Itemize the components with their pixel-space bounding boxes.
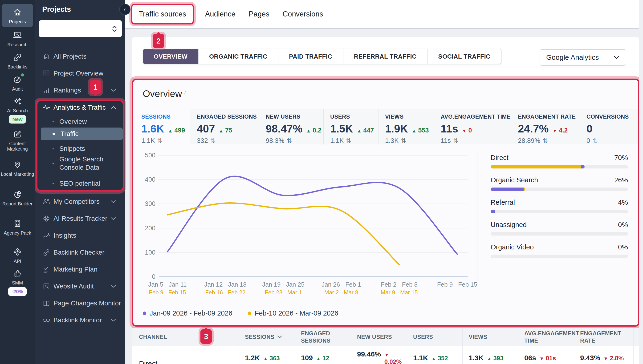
col-header-engagement-rate[interactable]: ENGAGEMENT RATE — [574, 328, 633, 346]
metric-card-users[interactable]: USERS 1.5K▲ 447 1.1K⇅ — [324, 109, 378, 144]
sidebar-item-label: Overview — [59, 118, 87, 126]
bullet-icon — [53, 148, 54, 150]
tab-audience[interactable]: Audience — [205, 10, 235, 18]
sidebar-item-analytics-traffic[interactable]: Analytics & Traffic — [35, 102, 126, 113]
tab-traffic-sources[interactable]: Traffic sources — [131, 4, 194, 24]
rail-item-content-marketing[interactable]: Content Marketing — [0, 129, 35, 152]
sidebar-title: Projects — [42, 5, 71, 14]
sidebar-item-label: Website Audit — [54, 282, 94, 290]
data-source-value: Google Analytics — [546, 54, 599, 62]
rail-item-agency-pack[interactable]: Agency Pack — [0, 218, 35, 236]
traffic-type-segmented-control: OVERVIEW ORGANIC TRAFFIC PAID TRAFFIC RE… — [143, 49, 501, 64]
rail-item-label: AI Search — [7, 108, 28, 114]
legend-item-current-period[interactable]: Jan-09 2026 - Feb-09 2026 — [143, 310, 232, 317]
sidebar-item-label: Snippets — [59, 145, 85, 152]
rail-item-label: Audit — [12, 86, 23, 92]
rail-item-research[interactable]: Research — [0, 30, 35, 48]
col-header-users[interactable]: USERS — [407, 328, 462, 346]
svg-text:0: 0 — [152, 273, 155, 280]
project-sidebar: Projects All Projects Project Overview R… — [35, 0, 125, 364]
sidebar-item-label: All Projects — [54, 53, 86, 60]
metric-card-engagement-rate[interactable]: ENGAGEMENT RATE 24.7%▼ 4.2 28.89%⇅ — [511, 109, 580, 144]
metric-card-engaged-sessions[interactable]: ENGAGED SESSIONS 407▲ 75 332⇅ — [190, 109, 259, 144]
tab-conversions[interactable]: Conversions — [283, 10, 323, 18]
building-icon — [12, 218, 23, 229]
sidebar-item-my-competitors[interactable]: My Competitors — [35, 196, 126, 207]
sort-chevron-icon — [277, 336, 282, 338]
info-icon[interactable]: i — [184, 89, 186, 96]
traffic-toolbar: OVERVIEW ORGANIC TRAFFIC PAID TRAFFIC RE… — [132, 37, 640, 78]
table-row-direct[interactable]: Direct 1.2K▲ 363 793⇅ 109▲ 12 97⇅ 99.46%… — [132, 346, 641, 364]
rail-item-api[interactable]: API — [0, 246, 35, 264]
sidebar-subitem-overview[interactable]: Overview — [35, 116, 126, 127]
chart-legend: Jan-09 2026 - Feb-09 2026 Feb-10 2026 - … — [143, 310, 338, 317]
new-badge: New — [9, 115, 26, 124]
sidebar-item-backlink-checker[interactable]: Backlink Checker — [35, 247, 126, 258]
sidebar-item-label: Analytics & Traffic — [54, 104, 106, 111]
metric-card-avg-engagement-time[interactable]: AVG.ENGAGEMENT TIME 11s▼ 0 11s⇅ — [434, 109, 511, 144]
col-header-views[interactable]: VIEWS — [462, 328, 518, 346]
segment-overview[interactable]: OVERVIEW — [143, 49, 198, 64]
traffic-chart: 0100200300400500Jan 5 - Jan 11Jan 12 - J… — [136, 148, 477, 301]
svg-text:Feb 9 - Feb 15: Feb 9 - Feb 15 — [149, 289, 186, 296]
sidebar-item-marketing-plan[interactable]: Marketing Plan — [35, 264, 126, 275]
segment-referral-traffic[interactable]: REFERRAL TRAFFIC — [343, 49, 427, 64]
metric-card-conversions[interactable]: CONVERSIONS 0 0⇅ — [580, 109, 639, 144]
sidebar-item-backlink-monitor[interactable]: Backlink Monitor — [35, 314, 126, 326]
rail-item-report-builder[interactable]: Report Builder — [0, 189, 35, 206]
sidebar-item-label: Page Changes Monitor — [54, 300, 121, 307]
data-source-select[interactable]: Google Analytics — [540, 49, 626, 66]
legend-item-previous-period[interactable]: Feb-10 2026 - Mar-09 2026 — [248, 310, 338, 317]
rail-item-label: API — [14, 258, 21, 264]
sidebar-item-label: AI Results Tracker — [54, 215, 107, 222]
sidebar-item-label: My Competitors — [54, 198, 100, 206]
segment-social-traffic[interactable]: SOCIAL TRAFFIC — [427, 49, 501, 64]
home-icon — [12, 7, 23, 18]
up-arrow-icon: ▲ — [412, 128, 416, 134]
channel-row-unassigned: Unassigned0% — [491, 221, 628, 236]
sidebar-item-all-projects[interactable]: All Projects — [35, 51, 126, 62]
research-icon — [12, 30, 23, 40]
sidebar-subitem-snippets[interactable]: Snippets — [35, 143, 126, 154]
compare-icon: ⇅ — [593, 137, 598, 144]
rail-item-audit[interactable]: Audit — [0, 74, 35, 92]
rail-item-ai-search[interactable]: AI Search New — [0, 96, 35, 124]
legend-dot-yellow — [248, 312, 251, 315]
rail-item-smm[interactable]: SMM -20% — [0, 268, 35, 296]
sidebar-item-insights[interactable]: Insights — [35, 230, 126, 241]
col-header-sessions[interactable]: SESSIONS — [239, 328, 295, 346]
compare-icon: ⇅ — [401, 137, 406, 144]
page-edge — [639, 0, 643, 364]
sidebar-item-page-changes-monitor[interactable]: Page Changes Monitor — [35, 298, 126, 309]
segment-paid-traffic[interactable]: PAID TRAFFIC — [278, 49, 343, 64]
svg-text:100: 100 — [145, 249, 155, 256]
col-header-new-users[interactable]: NEW USERS — [351, 328, 407, 346]
sidebar-subitem-traffic[interactable]: Traffic — [41, 128, 123, 140]
project-select[interactable] — [39, 20, 122, 37]
sidebar-item-ai-results-tracker[interactable]: AI Results Tracker — [35, 213, 126, 224]
annotation-badge-3: 3 — [200, 329, 212, 344]
sidebar-item-website-audit[interactable]: Website Audit — [35, 281, 126, 292]
svg-text:Jan 5 - Jan 11: Jan 5 - Jan 11 — [148, 281, 187, 288]
rail-item-projects[interactable]: Projects — [2, 4, 33, 27]
rail-item-backlinks[interactable]: Backlinks — [0, 52, 35, 70]
svg-text:Jan 26 - Feb 1: Jan 26 - Feb 1 — [322, 281, 361, 288]
sidebar-item-rankings[interactable]: Rankings — [35, 85, 126, 96]
channel-bar — [491, 188, 628, 191]
compare-icon: ⇅ — [453, 137, 458, 144]
tab-pages[interactable]: Pages — [249, 10, 269, 18]
sidebar-item-project-overview[interactable]: Project Overview — [35, 68, 126, 79]
segment-organic-traffic[interactable]: ORGANIC TRAFFIC — [198, 49, 278, 64]
channel-row-direct: Direct70% — [491, 154, 628, 168]
col-header-engaged-sessions[interactable]: ENGAGED SESSIONS — [295, 328, 351, 346]
sidebar-collapse-button[interactable]: ‹ — [119, 4, 131, 15]
rail-item-local-marketing[interactable]: Local Marketing — [0, 160, 35, 177]
metric-card-new-users[interactable]: NEW USERS 98.47%▲ 0.2 98.3%⇅ — [259, 109, 324, 144]
metric-card-sessions[interactable]: SESSIONS 1.6K▲ 499 1.1K⇅ — [135, 109, 190, 144]
link-icon — [42, 248, 51, 257]
sidebar-subitem-gsc-data[interactable]: Google Search Console Data — [35, 154, 126, 173]
col-header-channel[interactable]: CHANNEL — [132, 328, 239, 346]
col-header-avg-engagement-time[interactable]: AVG.ENGAGEMENT TIME — [518, 328, 574, 346]
sidebar-subitem-seo-potential[interactable]: SEO potential — [35, 178, 126, 189]
metric-card-views[interactable]: VIEWS 1.9K▲ 553 1.3K⇅ — [378, 109, 434, 144]
